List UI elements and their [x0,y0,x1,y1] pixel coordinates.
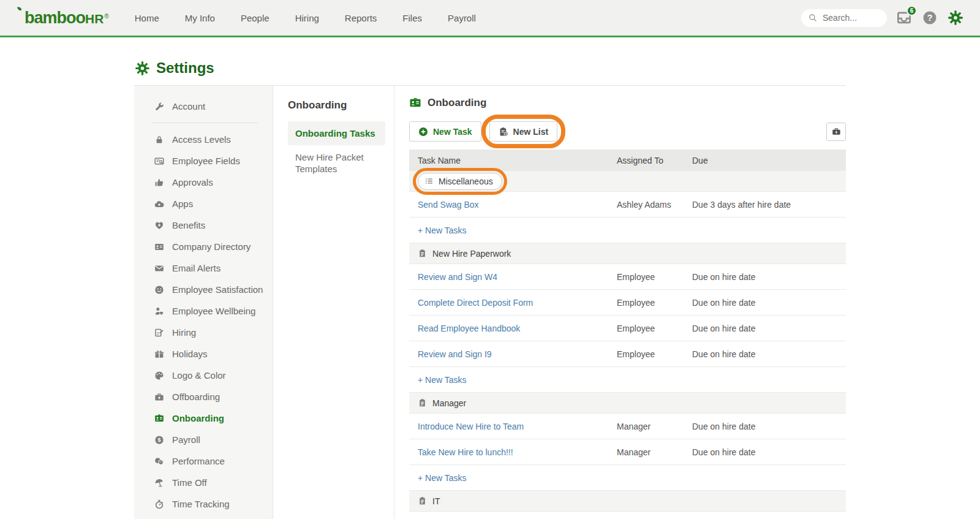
sidebar-item-label: Company Directory [172,241,251,252]
sidebar-item-label: Time Tracking [172,499,230,509]
assigned-to: Ashley Adams [617,200,692,210]
sidebar-item-approvals[interactable]: Approvals [134,172,273,193]
new-tasks-link[interactable]: + New Tasks [418,375,467,385]
sidebar-item-email-alerts[interactable]: Email Alerts [134,257,273,279]
notification-badge: 6 [907,6,917,16]
task-row: Review and Sign W4 Employee Due on hire … [409,264,846,290]
subnav-item-onboarding-tasks[interactable]: Onboarding Tasks [288,121,385,145]
nav-item-people[interactable]: People [241,13,270,23]
sidebar-item-employee-wellbeing[interactable]: Employee Wellbeing [134,300,273,322]
assigned-to: Manager [617,447,692,457]
export-tasks-button[interactable] [826,123,846,141]
sidebar-item-time-off[interactable]: Time Off [134,472,273,493]
sidebar-item-holidays[interactable]: Holidays [134,343,273,365]
question-icon: ? [922,10,937,25]
sidebar-item-benefits[interactable]: Benefits [134,214,273,236]
sidebar-item-label: Email Alerts [172,263,221,273]
onboarding-subnav: Onboarding Onboarding TasksNew Hire Pack… [273,86,394,519]
table-body: Miscellaneous Send Swag Box Ashley Adams… [409,171,846,512]
sidebar-item-time-tracking[interactable]: Time Tracking [134,493,273,515]
nav-item-hiring[interactable]: Hiring [295,13,319,23]
column-task-name: Task Name [409,156,617,165]
page-container: Settings Account Access Levels Employee … [134,37,846,519]
nav-item-home[interactable]: Home [135,13,159,23]
clipboard-icon [418,496,427,506]
sidebar-item-label: Time Off [172,477,207,488]
sidebar-item-label: Onboarding [172,413,224,423]
notifications-button[interactable]: 6 [895,9,913,26]
sidebar-item-employee-fields[interactable]: Employee Fields [134,150,273,172]
search-input[interactable] [821,12,880,23]
gear-icon [948,10,963,25]
due: Due on hire date [692,422,846,431]
sidebar-item-label: Offboarding [172,392,220,402]
nav-item-payroll[interactable]: Payroll [448,13,476,23]
idbadge-icon [154,414,164,423]
sidebar-item-onboarding[interactable]: Onboarding [134,407,273,429]
nav-item-files[interactable]: Files [402,13,422,23]
settings-header: Settings [134,37,846,85]
task-group-row-manager[interactable]: Manager [409,393,846,414]
sidebar-item-apps[interactable]: Apps [134,193,273,214]
sidebar-item-hiring[interactable]: Hiring [134,322,273,343]
nav-item-reports[interactable]: Reports [345,13,377,23]
task-row: Send Swag Box Ashley Adams Due 3 days af… [409,192,846,218]
gift-icon [154,349,164,359]
task-link-read-employee-handbook[interactable]: Read Employee Handbook [418,324,520,333]
due: Due on hire date [692,349,846,359]
subnav-title: Onboarding [288,99,385,112]
logo-suffix: HR [85,12,104,26]
group-name: Manager [432,398,466,408]
heart-icon [154,221,164,230]
task-link-review-and-sign-w4[interactable]: Review and Sign W4 [418,272,497,282]
nav-item-my-info[interactable]: My Info [185,13,215,23]
sidebar-item-offboarding[interactable]: Offboarding [134,386,273,407]
smiley-icon [154,285,164,295]
due: Due on hire date [692,272,846,282]
sidebar-item-label: Employee Wellbeing [172,306,255,316]
global-search[interactable] [801,9,887,27]
sidebar-item-employee-satisfaction[interactable]: Employee Satisfaction [134,279,273,300]
task-link-take-new-hire-to-lunch[interactable]: Take New Hire to lunch!!! [418,447,513,457]
new-list-annotation-wrap: New List [489,121,558,142]
group-name: New Hire Paperwork [432,249,511,259]
task-link-send-swag-box[interactable]: Send Swag Box [418,200,479,210]
search-icon [809,13,817,22]
new-task-button[interactable]: New Task [409,121,481,142]
timeoff-icon [154,478,164,488]
sidebar-item-company-directory[interactable]: Company Directory [134,236,273,257]
task-link-review-and-sign-i9[interactable]: Review and Sign I9 [418,349,492,359]
svg-text:?: ? [927,13,933,23]
settings-button[interactable] [947,9,964,26]
sidebar-item-logo-color[interactable]: Logo & Color [134,365,273,386]
bamboohr-logo[interactable]: bamboo HR ® [24,9,109,28]
toolbar: New Task New List [409,121,846,142]
thumb-icon [154,178,164,188]
clipboard-plus-icon [499,127,508,137]
sidebar-item-label: Benefits [172,220,205,230]
idcard-icon [154,242,164,252]
help-button[interactable]: ? [921,9,938,26]
task-group-row-new-hire-paperwork[interactable]: New Hire Paperwork [409,243,846,264]
sidebar-item-account[interactable]: Account [134,96,273,117]
task-link-complete-direct-deposit-form[interactable]: Complete Direct Deposit Form [418,298,533,308]
wellbeing-icon [154,306,164,316]
sidebar-item-payroll[interactable]: $Payroll [134,429,273,450]
logo-text: bamboo [24,9,85,28]
due: Due on hire date [692,324,846,333]
task-group-row-it[interactable]: IT [409,491,846,512]
list-icon [424,176,434,186]
sidebar-item-performance[interactable]: Performance [134,450,273,472]
leaf-icon [17,6,25,14]
task-group-row-miscellaneous[interactable]: Miscellaneous [409,171,846,192]
new-tasks-link[interactable]: + New Tasks [418,225,467,235]
task-link-introduce-new-hire-to-team[interactable]: Introduce New Hire to Team [418,422,524,431]
subnav-item-new-hire-packet-templates[interactable]: New Hire Packet Templates [288,145,385,182]
new-list-button[interactable]: New List [489,121,558,142]
sidebar-item-label: Logo & Color [172,370,226,381]
new-tasks-link[interactable]: + New Tasks [418,473,467,483]
sidebar-item-access-levels[interactable]: Access Levels [134,129,273,150]
task-row: Read Employee Handbook Employee Due on h… [409,316,846,341]
group-pill: Miscellaneous [418,173,502,190]
add-tasks-row: + New Tasks [409,367,846,393]
